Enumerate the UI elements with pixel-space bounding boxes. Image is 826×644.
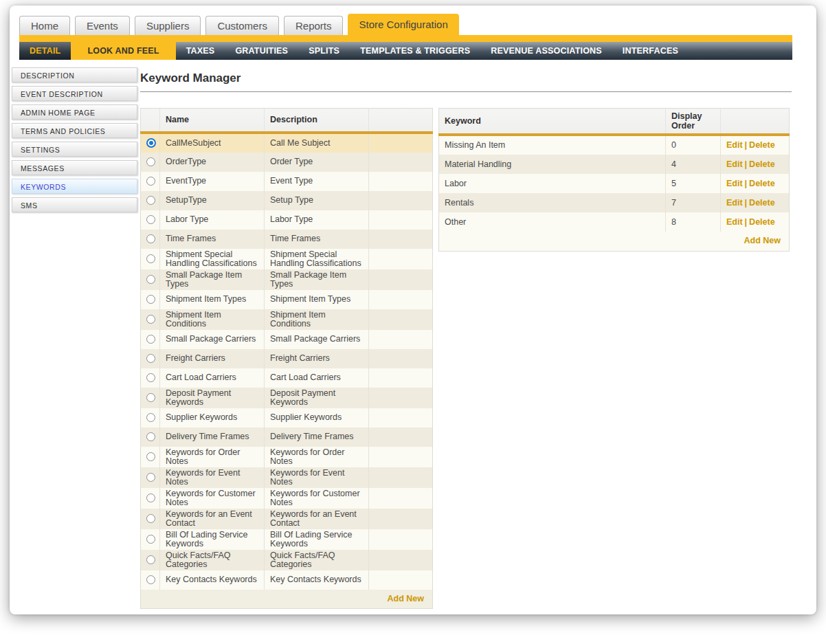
subnav-item-gratuities[interactable]: GRATUITIES bbox=[225, 42, 298, 60]
keyword-type-radio-cell bbox=[141, 388, 160, 408]
subnav-item-detail[interactable]: DETAIL bbox=[19, 42, 71, 60]
keyword-type-radio[interactable] bbox=[146, 254, 155, 263]
keyword-type-empty-cell bbox=[369, 570, 433, 590]
sidebar-item-sms[interactable]: SMS bbox=[12, 197, 137, 212]
keyword-type-empty-cell bbox=[369, 488, 433, 509]
keyword-type-radio[interactable] bbox=[146, 413, 155, 422]
tab-suppliers[interactable]: Suppliers bbox=[135, 16, 201, 35]
sidebar-item-messages[interactable]: MESSAGES bbox=[12, 160, 137, 175]
keyword-type-radio[interactable] bbox=[146, 432, 155, 441]
keyword-type-radio[interactable] bbox=[146, 555, 155, 564]
keyword-type-radio-cell bbox=[141, 210, 160, 230]
keyword-type-radio[interactable] bbox=[146, 177, 155, 186]
keyword-type-empty-cell bbox=[369, 550, 433, 570]
keyword-type-radio[interactable] bbox=[146, 138, 156, 148]
keyword-type-radio[interactable] bbox=[146, 535, 155, 544]
keyword-type-name: Labor Type bbox=[160, 210, 265, 230]
display-order-column-header: Display Order bbox=[666, 109, 721, 135]
keyword-type-name: Keywords for Customer Notes bbox=[160, 488, 265, 509]
keyword-type-radio-cell bbox=[141, 191, 160, 210]
keywords-footer-row: Add New bbox=[439, 232, 790, 251]
keyword-type-radio[interactable] bbox=[146, 452, 155, 461]
sidebar-item-settings[interactable]: SETTINGS bbox=[12, 142, 137, 157]
keyword-type-radio[interactable] bbox=[146, 275, 155, 284]
edit-link[interactable]: Edit bbox=[726, 140, 743, 150]
keyword-row: Labor5Edit|Delete bbox=[439, 174, 790, 193]
keywords-header-row: Keyword Display Order bbox=[439, 109, 790, 135]
link-separator: | bbox=[743, 198, 750, 208]
keyword-type-row: Key Contacts KeywordsKey Contacts Keywor… bbox=[141, 570, 433, 590]
keyword-type-empty-cell bbox=[369, 191, 433, 210]
keyword-type-row: Cart Load CarriersCart Load Carriers bbox=[141, 368, 433, 388]
keyword-type-description: Small Package Carriers bbox=[265, 330, 369, 349]
keyword-type-radio[interactable] bbox=[146, 354, 155, 363]
tab-events[interactable]: Events bbox=[75, 16, 130, 35]
keyword-display-order: 0 bbox=[666, 135, 721, 155]
keyword-type-empty-cell bbox=[369, 269, 433, 290]
keyword-type-radio[interactable] bbox=[146, 234, 155, 243]
keyword-type-radio-cell bbox=[141, 428, 160, 447]
tab-store-configuration[interactable]: Store Configuration bbox=[348, 14, 458, 35]
keyword-type-radio[interactable] bbox=[146, 473, 155, 482]
sidebar-item-keywords[interactable]: KEYWORDS bbox=[12, 179, 137, 194]
delete-link[interactable]: Delete bbox=[749, 140, 775, 150]
sidebar-item-terms-and-policies[interactable]: TERMS AND POLICIES bbox=[12, 123, 137, 138]
subnav-item-revenue-associations[interactable]: REVENUE ASSOCIATIONS bbox=[480, 42, 612, 60]
tab-customers[interactable]: Customers bbox=[205, 16, 279, 35]
delete-link[interactable]: Delete bbox=[749, 198, 775, 208]
keyword-type-radio[interactable] bbox=[146, 373, 155, 382]
keyword-name: Material Handling bbox=[439, 155, 666, 174]
keyword-type-row: Delivery Time FramesDelivery Time Frames bbox=[141, 428, 433, 447]
keyword-type-radio[interactable] bbox=[146, 393, 155, 402]
keyword-type-radio[interactable] bbox=[146, 157, 155, 166]
subnav-item-interfaces[interactable]: INTERFACES bbox=[612, 42, 689, 60]
edit-link[interactable]: Edit bbox=[726, 159, 743, 169]
tab-home[interactable]: Home bbox=[19, 16, 70, 35]
add-new-keyword-type-link[interactable]: Add New bbox=[388, 594, 424, 603]
sidebar-item-event-description[interactable]: EVENT DESCRIPTION bbox=[12, 86, 137, 101]
keyword-type-radio-cell bbox=[141, 290, 160, 309]
keyword-type-radio-cell bbox=[141, 269, 160, 290]
subnav-item-splits[interactable]: SPLITS bbox=[298, 42, 350, 60]
keyword-name: Labor bbox=[439, 174, 666, 193]
keyword-type-description: Event Type bbox=[265, 172, 369, 191]
edit-link[interactable]: Edit bbox=[726, 179, 743, 188]
title-divider bbox=[140, 91, 792, 92]
keyword-type-radio-cell bbox=[141, 509, 160, 529]
keyword-type-empty-cell bbox=[369, 529, 433, 550]
edit-link[interactable]: Edit bbox=[726, 217, 743, 227]
keyword-actions: Edit|Delete bbox=[721, 193, 790, 212]
keyword-type-description: Freight Carriers bbox=[265, 349, 369, 368]
keyword-type-radio[interactable] bbox=[146, 493, 155, 502]
keyword-type-description: Time Frames bbox=[265, 230, 369, 249]
keyword-type-radio[interactable] bbox=[146, 215, 155, 224]
keyword-type-radio[interactable] bbox=[146, 514, 155, 523]
keyword-actions: Edit|Delete bbox=[721, 135, 790, 155]
keyword-type-radio[interactable] bbox=[146, 196, 155, 205]
keyword-type-radio[interactable] bbox=[146, 295, 155, 304]
keyword-type-empty-cell bbox=[369, 210, 433, 230]
sidebar-item-admin-home-page[interactable]: ADMIN HOME PAGE bbox=[12, 104, 137, 120]
keyword-type-row: CallMeSubjectCall Me Subject bbox=[141, 133, 433, 153]
edit-link[interactable]: Edit bbox=[726, 198, 743, 208]
keyword-type-name: Delivery Time Frames bbox=[160, 428, 265, 447]
tab-reports[interactable]: Reports bbox=[284, 16, 344, 35]
add-new-keyword-link[interactable]: Add New bbox=[744, 236, 781, 245]
subnav-item-taxes[interactable]: TAXES bbox=[176, 42, 225, 60]
keyword-type-empty-cell bbox=[369, 172, 433, 191]
keyword-type-empty-cell bbox=[369, 447, 433, 467]
keyword-type-row: Shipment Special Handling Classification… bbox=[141, 249, 433, 269]
delete-link[interactable]: Delete bbox=[749, 159, 775, 169]
subnav-item-templates-triggers[interactable]: TEMPLATES & TRIGGERS bbox=[350, 42, 480, 60]
sidebar-item-description[interactable]: DESCRIPTION bbox=[12, 67, 137, 82]
keyword-type-description: Keywords for Customer Notes bbox=[265, 488, 369, 509]
keyword-type-radio[interactable] bbox=[146, 575, 155, 584]
subnav-item-look-and-feel[interactable]: LOOK AND FEEL bbox=[71, 42, 175, 60]
keyword-type-description: Key Contacts Keywords bbox=[265, 570, 369, 590]
actions-column-header bbox=[721, 109, 790, 135]
keyword-type-radio[interactable] bbox=[146, 335, 155, 344]
delete-link[interactable]: Delete bbox=[749, 179, 775, 188]
keyword-type-row: Quick Facts/FAQ CategoriesQuick Facts/FA… bbox=[141, 550, 433, 570]
delete-link[interactable]: Delete bbox=[749, 217, 775, 227]
keyword-type-radio[interactable] bbox=[146, 315, 155, 324]
